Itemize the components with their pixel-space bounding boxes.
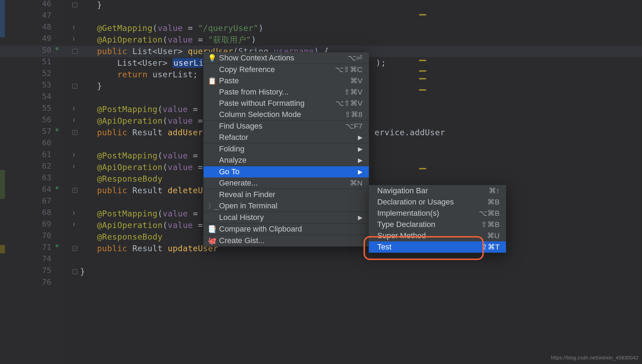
run-gutter-icon[interactable]: ⊙ [53, 46, 61, 51]
code-line[interactable]: 48@GetMapping(value = "/queryUser") [0, 22, 642, 34]
menu-item-super-method[interactable]: Super Method⌘U [369, 230, 506, 241]
bulb-icon: 💡 [208, 54, 216, 62]
code-text[interactable]: public Result updateUser [97, 243, 218, 254]
line-number: 48 [40, 22, 51, 31]
line-number: 71 [40, 243, 51, 252]
fold-toggle[interactable]: + [72, 246, 77, 251]
code-text[interactable]: @PostMapping(value = "/a [97, 104, 218, 115]
menu-shortcut: ⌘N [336, 179, 362, 187]
menu-label: Find Usages [219, 122, 331, 131]
menu-item-show-context-actions[interactable]: 💡Show Context Actions⌥⏎ [204, 52, 369, 64]
code-text[interactable]: } [97, 80, 102, 92]
code-line[interactable]: 47 [0, 11, 642, 22]
fold-toggle[interactable]: - [72, 84, 77, 89]
menu-shortcut: ⌥⇧⌘V [321, 99, 362, 108]
code-line[interactable]: 74 [0, 254, 642, 266]
clipboard-icon: 📋 [208, 77, 216, 85]
menu-item-paste-from-history[interactable]: Paste from History...⇧⌘V [204, 86, 369, 98]
menu-item-declaration-or-usages[interactable]: Declaration or Usages⌘B [369, 196, 506, 208]
code-line[interactable]: 46-} [0, 0, 642, 11]
fold-toggle[interactable]: - [72, 2, 77, 7]
menu-label: Refactor [219, 133, 351, 142]
menu-label: Generate... [219, 178, 336, 188]
menu-label: Paste from History... [219, 87, 330, 97]
line-number: 49 [40, 34, 51, 43]
compare-icon: 📑 [208, 225, 216, 233]
fold-toggle[interactable]: - [72, 269, 77, 274]
code-text[interactable]: @ResponseBody [97, 173, 163, 185]
code-text[interactable]: @ApiOperation(value = " [97, 162, 213, 173]
line-number: 76 [40, 278, 51, 286]
menu-label: Copy Reference [219, 65, 321, 74]
menu-shortcut: ⌘↑ [475, 187, 500, 195]
menu-label: Create Gist... [219, 236, 362, 245]
context-menu[interactable]: 💡Show Context Actions⌥⏎Copy Reference⌥⇧⌘… [203, 52, 369, 247]
menu-shortcut: ⌘U [473, 232, 500, 240]
submenu-arrow-icon: ▶ [358, 134, 362, 141]
code-text[interactable]: return userList; [97, 69, 198, 80]
code-editor[interactable]: 46-}4748@GetMapping(value = "/queryUser"… [0, 0, 642, 364]
code-text[interactable]: @GetMapping(value = "/queryUser") [97, 22, 264, 34]
menu-label: Go To [219, 167, 351, 176]
code-line[interactable]: 75-} [0, 266, 642, 278]
menu-item-test[interactable]: Test⇧⌘T [369, 241, 506, 253]
menu-item-column-selection-mode[interactable]: Column Selection Mode⇧⌘8 [204, 109, 369, 120]
menu-shortcut: ⇧⌘T [467, 243, 500, 251]
menu-shortcut: ⌘B [473, 198, 500, 206]
menu-item-navigation-bar[interactable]: Navigation Bar⌘↑ [369, 185, 506, 196]
line-number: 47 [40, 11, 51, 20]
menu-item-open-in-terminal[interactable]: 〉_Open in Terminal [204, 200, 369, 212]
line-number: 63 [40, 173, 51, 182]
goto-submenu[interactable]: Navigation Bar⌘↑Declaration or Usages⌘BI… [368, 185, 506, 253]
menu-label: Reveal in Finder [219, 190, 362, 199]
code-text[interactable]: @PostMapping(value = "/ [97, 208, 213, 220]
fold-toggle[interactable]: - [72, 49, 77, 54]
menu-item-type-declaration[interactable]: Type Declaration⇧⌘B [369, 219, 506, 230]
code-text[interactable]: @ApiOperation(value = " [97, 115, 213, 127]
run-gutter-icon[interactable]: ⊙ [53, 243, 61, 248]
menu-item-reveal-in-finder[interactable]: Reveal in Finder [204, 189, 369, 200]
menu-label: Analyze [219, 156, 351, 165]
menu-item-implementation-s[interactable]: Implementation(s)⌥⌘B [369, 208, 506, 219]
menu-item-copy-reference[interactable]: Copy Reference⌥⇧⌘C [204, 64, 369, 75]
menu-item-generate[interactable]: Generate...⌘N [204, 177, 369, 189]
menu-shortcut: ⌥⇧⌘C [321, 65, 362, 74]
menu-item-refactor[interactable]: Refactor▶ [204, 132, 369, 143]
menu-shortcut: ⌥⏎ [334, 54, 362, 62]
line-number: 46 [40, 0, 51, 8]
menu-label: Declaration or Usages [377, 197, 473, 207]
run-gutter-icon[interactable]: ⊙ [53, 185, 61, 190]
line-number: 56 [40, 115, 51, 124]
line-number: 60 [40, 138, 51, 147]
menu-item-paste-without-formatting[interactable]: Paste without Formatting⌥⇧⌘V [204, 98, 369, 109]
menu-item-local-history[interactable]: Local History▶ [204, 212, 369, 223]
code-text[interactable]: @ResponseBody [97, 231, 163, 243]
menu-label: Paste [219, 76, 336, 85]
code-line[interactable]: 76 [0, 278, 642, 289]
run-gutter-icon[interactable]: ⊙ [53, 127, 61, 132]
code-text[interactable]: @ApiOperation(value = "获取用户") [97, 34, 256, 46]
menu-label: Column Selection Mode [219, 110, 330, 119]
menu-item-folding[interactable]: Folding▶ [204, 143, 369, 155]
menu-item-analyze[interactable]: Analyze▶ [204, 155, 369, 166]
line-number: 51 [40, 57, 51, 66]
menu-label: Super Method [377, 231, 473, 240]
code-line[interactable]: 49@ApiOperation(value = "获取用户") [0, 34, 642, 46]
code-text[interactable]: @ApiOperation(value = " [97, 220, 213, 231]
line-number: 61 [40, 150, 51, 159]
fold-toggle[interactable]: + [72, 130, 77, 135]
code-text[interactable]: @PostMapping(value = "/ [97, 150, 213, 162]
menu-label: Type Declaration [377, 220, 467, 229]
menu-item-go-to[interactable]: Go To▶ [204, 166, 369, 177]
line-number: 74 [40, 254, 51, 263]
fold-toggle[interactable]: + [72, 188, 77, 193]
menu-item-paste[interactable]: 📋Paste⌘V [204, 75, 369, 86]
menu-item-create-gist[interactable]: 🐙Create Gist... [204, 235, 369, 246]
github-icon: 🐙 [208, 236, 216, 245]
code-text[interactable]: } [97, 0, 102, 11]
line-number: 50 [40, 46, 51, 54]
menu-item-compare-with-clipboard[interactable]: 📑Compare with Clipboard [204, 223, 369, 235]
line-number: 53 [40, 80, 51, 89]
code-text[interactable]: public Result deleteUse [97, 185, 213, 196]
menu-item-find-usages[interactable]: Find Usages⌥F7 [204, 121, 369, 132]
